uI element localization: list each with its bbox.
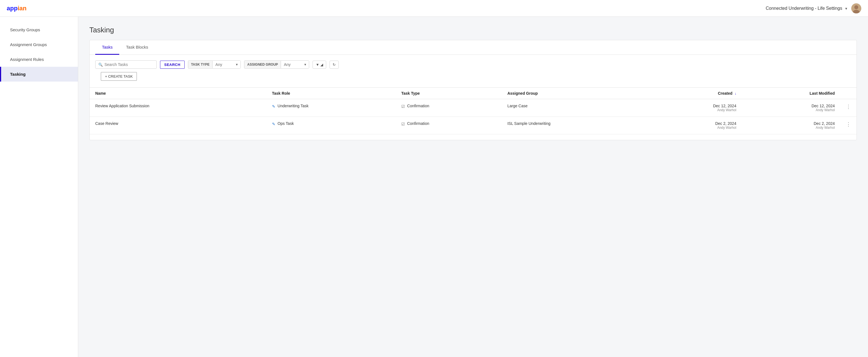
search-icon: 🔍: [98, 63, 103, 67]
td-task-role-0: ✎ Underwriting Task: [267, 99, 396, 117]
refresh-icon: ↻: [333, 63, 336, 67]
more-menu-icon-0[interactable]: ⋮: [846, 104, 851, 110]
search-button[interactable]: SEARCH: [160, 61, 185, 69]
th-assigned-group: Assigned Group: [502, 88, 649, 99]
td-task-role-1: ✎ Ops Task: [267, 117, 396, 135]
td-name-0: Review Application Submission: [90, 99, 267, 117]
assigned-group-select-wrapper: Any ▼: [281, 61, 309, 68]
sidebar-item-tasking[interactable]: Tasking: [0, 67, 78, 82]
page-title: Tasking: [89, 26, 857, 34]
filter-button[interactable]: ▼ ◢: [312, 61, 326, 69]
sort-icon: ↓: [735, 92, 736, 95]
sidebar-item-security-groups[interactable]: Security Groups: [0, 22, 78, 37]
svg-point-1: [854, 5, 858, 9]
sidebar-item-assignment-groups[interactable]: Assignment Groups: [0, 37, 78, 52]
task-type-filter: TASK TYPE Any ▼: [188, 60, 241, 69]
create-task-button[interactable]: + CREATE TASK: [101, 72, 137, 81]
td-assigned-group-1: ISL Sample Underwriting: [502, 117, 649, 135]
th-name: Name: [90, 88, 267, 99]
td-task-type-0: ☑ Confirmation: [396, 99, 502, 117]
td-created-1: Dec 2, 2024 Andy Warhol: [649, 117, 742, 135]
task-type-select-wrapper: Any ▼: [213, 61, 241, 68]
search-wrapper: 🔍: [95, 60, 157, 69]
th-task-role: Task Role: [267, 88, 396, 99]
header-right: Connected Underwriting - Life Settings ▼: [766, 3, 861, 13]
create-task-area: + CREATE TASK: [90, 72, 857, 87]
logo[interactable]: appian: [7, 5, 27, 12]
edit-icon-1[interactable]: ✎: [272, 122, 275, 126]
th-created[interactable]: Created ↓: [649, 88, 742, 99]
table-row: Case Review ✎ Ops Task ☑: [90, 117, 857, 135]
tab-task-blocks[interactable]: Task Blocks: [119, 40, 155, 55]
sidebar: Security Groups Assignment Groups Assign…: [0, 17, 78, 357]
main-layout: Security Groups Assignment Groups Assign…: [0, 17, 868, 357]
tasks-table-wrapper: Name Task Role Task Type Assigned Group: [90, 87, 857, 140]
td-actions-0: ⋮: [840, 99, 857, 117]
tasking-card: Tasks Task Blocks 🔍 SEARCH TASK TYPE: [89, 40, 857, 140]
more-menu-icon-1[interactable]: ⋮: [846, 121, 851, 127]
assigned-group-select[interactable]: Any: [281, 61, 309, 68]
th-task-type: Task Type: [396, 88, 502, 99]
td-modified-1: Dec 2, 2024 Andy Warhol: [742, 117, 840, 135]
th-actions: [840, 88, 857, 99]
edit-icon-0[interactable]: ✎: [272, 104, 275, 109]
refresh-button[interactable]: ↻: [330, 61, 339, 69]
sidebar-item-assignment-rules[interactable]: Assignment Rules: [0, 52, 78, 67]
app-title[interactable]: Connected Underwriting - Life Settings ▼: [766, 6, 848, 11]
td-modified-0: Dec 12, 2024 Andy Warhol: [742, 99, 840, 117]
td-name-1: Case Review: [90, 117, 267, 135]
td-assigned-group-0: Large Case: [502, 99, 649, 117]
app-header: appian Connected Underwriting - Life Set…: [0, 0, 868, 17]
search-input[interactable]: [104, 62, 154, 67]
app-title-caret: ▼: [844, 7, 848, 10]
td-task-type-1: ☑ Confirmation: [396, 117, 502, 135]
avatar[interactable]: [851, 3, 861, 13]
toolbar: 🔍 SEARCH TASK TYPE Any ▼ ASSIG: [90, 55, 857, 72]
app-title-text: Connected Underwriting - Life Settings: [766, 6, 842, 10]
assigned-group-label: ASSIGNED GROUP: [244, 61, 281, 68]
check-icon-0: ☑: [401, 104, 405, 109]
td-actions-1: ⋮: [840, 117, 857, 135]
table-row: Review Application Submission ✎ Underwri…: [90, 99, 857, 117]
tab-tasks[interactable]: Tasks: [95, 40, 119, 55]
task-type-select[interactable]: Any: [213, 61, 241, 68]
assigned-group-filter: ASSIGNED GROUP Any ▼: [244, 60, 309, 69]
tasks-table: Name Task Role Task Type Assigned Group: [90, 87, 857, 135]
filter-icon-funnel: ◢: [320, 63, 323, 67]
task-type-label: TASK TYPE: [188, 61, 213, 68]
check-icon-1: ☑: [401, 122, 405, 126]
th-last-modified: Last Modified: [742, 88, 840, 99]
td-created-0: Dec 12, 2024 Andy Warhol: [649, 99, 742, 117]
filter-icon: ▼: [316, 63, 319, 67]
tab-bar: Tasks Task Blocks: [90, 40, 857, 55]
main-content: Tasking Tasks Task Blocks 🔍 SEARCH: [78, 17, 868, 357]
table-header-row: Name Task Role Task Type Assigned Group: [90, 88, 857, 99]
